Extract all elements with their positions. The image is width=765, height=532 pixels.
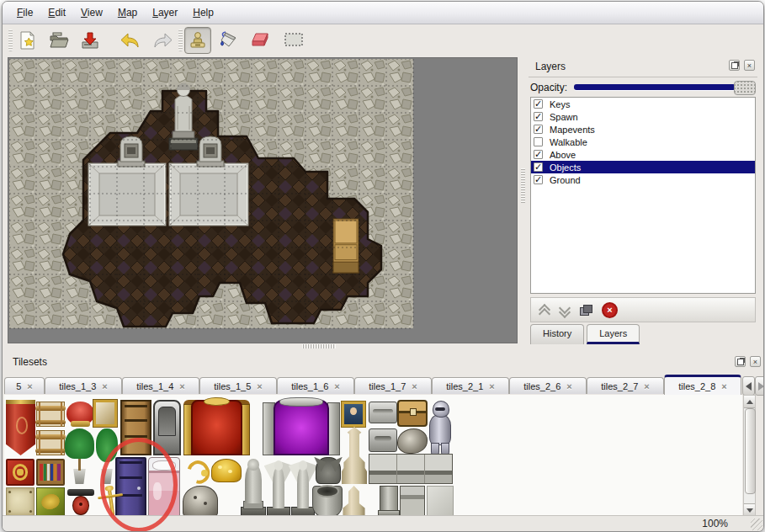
toolbar-handle[interactable] — [8, 29, 13, 51]
map-canvas[interactable] — [8, 57, 518, 343]
layer-checkbox[interactable]: ✓ — [534, 125, 543, 134]
tileset-tab-tiles_1_7[interactable]: tiles_1_7× — [354, 377, 432, 394]
tile-ledge-top[interactable] — [369, 454, 453, 484]
tileset-scrollbar[interactable] — [743, 395, 756, 517]
undo-button[interactable] — [118, 28, 143, 53]
tile-statue-angel-left[interactable] — [267, 457, 290, 518]
tile-chest-wood[interactable] — [397, 400, 428, 427]
tab-close-icon[interactable]: × — [412, 381, 417, 391]
tileset-tab-tiles_2_1[interactable]: tiles_2_1× — [432, 377, 509, 394]
tab-close-icon[interactable]: × — [566, 381, 571, 391]
tile-rock-pile[interactable] — [183, 486, 218, 518]
new-map-button[interactable] — [15, 28, 40, 53]
layer-row-mapevents[interactable]: ✓Mapevents — [531, 123, 755, 136]
tile-statue-angel-right[interactable] — [291, 457, 315, 518]
tile-ledge-bottom[interactable] — [400, 486, 425, 516]
panel-tab-history[interactable]: History — [530, 324, 584, 344]
layer-checkbox[interactable]: ✓ — [534, 162, 543, 172]
tile-stone-box[interactable] — [369, 428, 397, 452]
tile-cushion-red[interactable] — [66, 402, 94, 425]
tileset-tab-tiles_2_8[interactable]: tiles_2_8× — [664, 375, 741, 395]
move-layer-up-button[interactable] — [539, 306, 550, 314]
tile-grindstone-red[interactable] — [66, 487, 95, 516]
layer-checkbox[interactable] — [534, 137, 543, 146]
tab-close-icon[interactable]: × — [102, 381, 107, 391]
tile-parchment[interactable] — [6, 487, 35, 516]
tile-hook-gold[interactable] — [183, 459, 210, 482]
tab-close-icon[interactable]: × — [721, 381, 726, 391]
tab-close-icon[interactable]: × — [334, 381, 339, 391]
resize-grip[interactable] — [751, 519, 762, 530]
opacity-slider-track[interactable] — [574, 84, 736, 90]
layer-checkbox[interactable]: ✓ — [534, 112, 543, 121]
tilesets-close-button[interactable]: × — [750, 356, 761, 367]
menu-layer[interactable]: Layer — [145, 4, 185, 21]
scroll-down-button[interactable] — [744, 503, 755, 516]
scroll-thumb[interactable] — [745, 408, 756, 494]
fill-tool-button[interactable] — [216, 27, 242, 52]
tile-palm-plant[interactable] — [65, 428, 94, 484]
tile-bookshelf-small[interactable] — [36, 459, 65, 486]
tileset-tab-tiles_2_7[interactable]: tiles_2_7× — [587, 377, 664, 394]
tab-close-icon[interactable]: × — [257, 381, 262, 391]
redo-button[interactable] — [150, 28, 175, 53]
tab-scroll-right-button[interactable] — [755, 376, 764, 396]
tile-loom-bottom[interactable] — [36, 430, 65, 455]
tileset-tab-tiles_1_5[interactable]: tiles_1_5× — [199, 377, 277, 394]
tile-obelisk-tall[interactable] — [342, 427, 367, 484]
menu-file[interactable]: File — [9, 4, 40, 21]
scroll-up-button[interactable] — [744, 396, 755, 408]
duplicate-layer-button[interactable] — [580, 305, 592, 315]
vertical-splitter[interactable] — [521, 168, 525, 204]
tile-banner-emblem[interactable] — [6, 459, 35, 486]
tile-gargoyle[interactable] — [316, 457, 341, 484]
tileset-tab-tiles_1_4[interactable]: tiles_1_4× — [122, 377, 199, 394]
horizontal-splitter[interactable] — [302, 344, 336, 348]
tile-gold-pile[interactable] — [211, 459, 242, 482]
layer-checkbox[interactable]: ✓ — [534, 99, 543, 109]
panel-tab-layers[interactable]: Layers — [587, 324, 640, 344]
tileset-tab-tiles_1_3[interactable]: tiles_1_3× — [45, 377, 122, 394]
tile-loom-top[interactable] — [36, 402, 65, 427]
tile-throne-red[interactable] — [183, 400, 250, 455]
layer-row-objects[interactable]: ✓Objects — [531, 161, 755, 173]
tile-banner-green[interactable] — [36, 487, 65, 516]
tile-floor-tile-light[interactable] — [427, 486, 454, 516]
eraser-tool-button[interactable] — [248, 27, 274, 52]
stamp-tool-button[interactable] — [184, 27, 211, 54]
menu-view[interactable]: View — [73, 4, 110, 21]
save-map-button[interactable] — [77, 28, 103, 53]
layer-checkbox[interactable]: ✓ — [534, 175, 543, 184]
tab-close-icon[interactable]: × — [179, 381, 184, 391]
tile-stone-lid[interactable] — [369, 402, 397, 423]
tile-well-font[interactable] — [312, 486, 343, 518]
menu-help[interactable]: Help — [185, 4, 221, 21]
layer-checkbox[interactable]: ✓ — [534, 150, 543, 159]
toolbar-handle-2[interactable] — [178, 29, 183, 51]
tile-armor-knight[interactable] — [427, 400, 454, 455]
move-layer-down-button[interactable] — [560, 306, 570, 314]
tile-obelisk-small[interactable] — [342, 486, 366, 518]
tab-scroll-left-button[interactable] — [742, 376, 755, 396]
layer-row-above[interactable]: ✓Above — [531, 148, 755, 161]
menu-edit[interactable]: Edit — [40, 4, 73, 21]
tilesets-float-button[interactable] — [735, 356, 746, 367]
tile-throne-purple[interactable] — [263, 400, 340, 455]
open-map-button[interactable] — [46, 28, 72, 53]
delete-layer-button[interactable]: × — [602, 302, 618, 318]
layer-row-walkable[interactable]: Walkable — [531, 136, 755, 148]
tileset-tab-tiles_2_6[interactable]: tiles_2_6× — [509, 377, 587, 394]
float-panel-button[interactable] — [729, 60, 740, 71]
layer-row-ground[interactable]: ✓Ground — [531, 173, 755, 186]
tile-banner-red[interactable] — [6, 400, 35, 455]
tileset-tab-tiles_1_6[interactable]: tiles_1_6× — [277, 377, 354, 394]
tileset-tab-5[interactable]: 5× — [4, 377, 45, 394]
layer-row-spawn[interactable]: ✓Spawn — [531, 110, 755, 123]
layer-row-keys[interactable]: ✓Keys — [531, 98, 755, 110]
tile-mirror-gold[interactable] — [93, 400, 117, 427]
tile-armor-pile[interactable] — [397, 428, 428, 454]
menu-map[interactable]: Map — [110, 4, 145, 21]
close-panel-button[interactable]: × — [744, 60, 755, 71]
tile-portrait-king[interactable] — [342, 402, 365, 427]
tab-close-icon[interactable]: × — [27, 381, 32, 391]
